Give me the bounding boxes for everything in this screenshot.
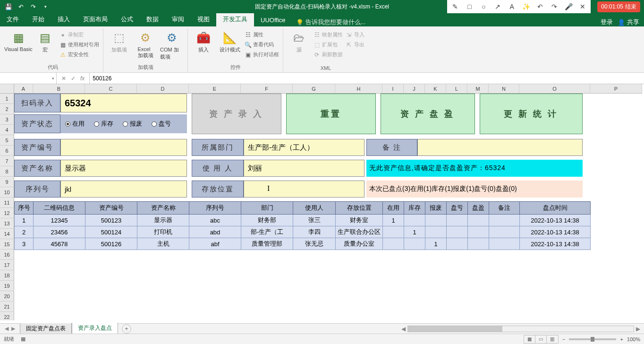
- save-icon[interactable]: 💾: [5, 3, 12, 10]
- addins-button[interactable]: ⬚加载项: [107, 30, 131, 53]
- sheet-tab-1[interactable]: 固定资产盘点表: [20, 323, 72, 335]
- row-header[interactable]: 18: [0, 270, 14, 281]
- column-header[interactable]: B: [33, 84, 85, 94]
- sheet-nav-next[interactable]: ▶: [11, 326, 15, 332]
- zoom-out-button[interactable]: −: [562, 336, 565, 342]
- xml-source-button[interactable]: 🗁源: [287, 30, 311, 53]
- table-cell[interactable]: abf: [189, 238, 241, 250]
- table-cell[interactable]: [447, 215, 468, 226]
- table-cell[interactable]: [425, 226, 447, 238]
- excel-addins-button[interactable]: ⚙Excel 加载项: [134, 30, 157, 59]
- tab-insert[interactable]: 插入: [51, 13, 76, 26]
- table-cell[interactable]: 张三: [293, 215, 336, 226]
- view-code-button[interactable]: 🔍查看代码: [245, 40, 279, 49]
- table-cell[interactable]: [447, 238, 468, 250]
- fx-icon[interactable]: fx: [80, 75, 85, 82]
- table-cell[interactable]: [489, 238, 520, 250]
- close-x-icon[interactable]: ✕: [578, 2, 587, 11]
- row-header[interactable]: 19: [0, 281, 14, 291]
- tab-uuoffice[interactable]: UUOffice: [254, 14, 292, 26]
- wand-icon[interactable]: ✨: [522, 2, 530, 11]
- anno-undo-icon[interactable]: ↶: [536, 2, 544, 11]
- table-cell[interactable]: [468, 226, 489, 238]
- column-header[interactable]: I: [382, 84, 404, 94]
- view-normal-button[interactable]: ▦: [524, 335, 535, 343]
- row-header[interactable]: 13: [0, 218, 14, 229]
- login-button[interactable]: 登录: [601, 18, 613, 26]
- serial-input[interactable]: jkl: [60, 181, 187, 198]
- scroll-right-icon[interactable]: ▶: [636, 326, 640, 332]
- column-header[interactable]: M: [467, 84, 489, 94]
- grid-cells[interactable]: 扫码录入 65324 资 产 录 入 重置 资 产 盘 盈 更 新 统 计 资产…: [14, 94, 644, 320]
- radio-loss[interactable]: 盘亏: [152, 120, 171, 128]
- scroll-left-icon[interactable]: ◀: [401, 326, 406, 332]
- column-header[interactable]: D: [137, 84, 189, 94]
- view-page-button[interactable]: ▭: [535, 335, 547, 343]
- view-break-button[interactable]: ▥: [547, 335, 558, 343]
- column-header[interactable]: F: [241, 84, 293, 94]
- tell-me-search[interactable]: 💡 告诉我您想要做什么...: [296, 18, 366, 26]
- table-cell[interactable]: 500124: [85, 226, 137, 238]
- row-header[interactable]: 1: [0, 94, 14, 104]
- row-header[interactable]: 14: [0, 229, 14, 239]
- tab-view[interactable]: 视图: [191, 13, 216, 26]
- name-box[interactable]: [0, 73, 57, 84]
- surplus-button[interactable]: 资 产 盘 盈: [381, 94, 475, 134]
- column-header[interactable]: O: [519, 84, 590, 94]
- tab-layout[interactable]: 页面布局: [76, 13, 114, 26]
- com-addins-button[interactable]: ⚙COM 加载项: [160, 30, 184, 60]
- zoom-level[interactable]: 100%: [627, 336, 640, 342]
- remark-input[interactable]: [417, 139, 583, 156]
- row-header[interactable]: 6: [0, 146, 14, 156]
- tab-file[interactable]: 文件: [0, 13, 25, 26]
- table-cell[interactable]: 2022-10-13 14:38: [520, 226, 591, 238]
- map-props-button[interactable]: ☷映射属性: [314, 30, 343, 39]
- row-header[interactable]: 16: [0, 249, 14, 260]
- table-cell[interactable]: abd: [189, 226, 241, 238]
- column-header[interactable]: C: [85, 84, 137, 94]
- column-header[interactable]: P: [590, 84, 642, 94]
- row-header[interactable]: 10: [0, 187, 14, 198]
- column-header[interactable]: L: [446, 84, 467, 94]
- mic-off-icon[interactable]: 🎤: [564, 2, 573, 11]
- asset-entry-button[interactable]: 资 产 录 入: [192, 94, 281, 134]
- share-button[interactable]: 👤 共享: [618, 18, 639, 26]
- table-cell[interactable]: [468, 238, 489, 250]
- table-cell[interactable]: 1: [15, 215, 34, 226]
- row-header[interactable]: 2: [0, 104, 14, 114]
- table-cell[interactable]: 质量管理部: [241, 238, 293, 250]
- scroll-thumb[interactable]: [408, 326, 502, 332]
- insert-control-button[interactable]: 🧰插入: [192, 30, 215, 53]
- record-macro-button[interactable]: ●录制宏: [59, 30, 99, 39]
- column-header[interactable]: J: [404, 84, 425, 94]
- scroll-track[interactable]: [407, 326, 634, 332]
- macro-security-button[interactable]: ⚠宏安全性: [59, 50, 99, 59]
- radio-inuse[interactable]: 在用: [65, 120, 85, 128]
- table-cell[interactable]: 李四: [293, 226, 336, 238]
- table-cell[interactable]: abc: [189, 215, 241, 226]
- sheet-tab-2[interactable]: 资产录入盘点: [72, 323, 118, 335]
- dept-input[interactable]: 生产部-生产（工人）: [244, 139, 364, 156]
- row-header[interactable]: 15: [0, 239, 14, 249]
- zoom-in-button[interactable]: +: [620, 336, 623, 342]
- assetname-input[interactable]: 显示器: [60, 160, 187, 177]
- table-cell[interactable]: [383, 238, 404, 250]
- undo-icon[interactable]: ↶: [17, 3, 25, 10]
- scan-input[interactable]: 65324: [60, 94, 187, 112]
- table-cell[interactable]: 2: [15, 226, 34, 238]
- table-row[interactable]: 223456500124打印机abd部-生产（工李四生产联合办公区12022-1…: [15, 226, 591, 238]
- worksheet[interactable]: ABCDEFGHIJKLMNOP 12345678910111213141516…: [0, 84, 644, 320]
- column-header[interactable]: H: [335, 84, 382, 94]
- table-cell[interactable]: 23456: [34, 226, 85, 238]
- reset-button[interactable]: 重置: [286, 94, 376, 134]
- table-cell[interactable]: [404, 215, 425, 226]
- table-cell[interactable]: [489, 215, 520, 226]
- enter-icon[interactable]: ✓: [71, 75, 76, 82]
- column-header[interactable]: N: [489, 84, 519, 94]
- column-header[interactable]: K: [425, 84, 446, 94]
- cancel-icon[interactable]: ✕: [61, 75, 66, 82]
- row-header[interactable]: 21: [0, 301, 14, 312]
- tab-formulas[interactable]: 公式: [114, 13, 140, 26]
- circle-icon[interactable]: ○: [479, 2, 488, 11]
- status-macro-icon[interactable]: ▦: [21, 336, 25, 342]
